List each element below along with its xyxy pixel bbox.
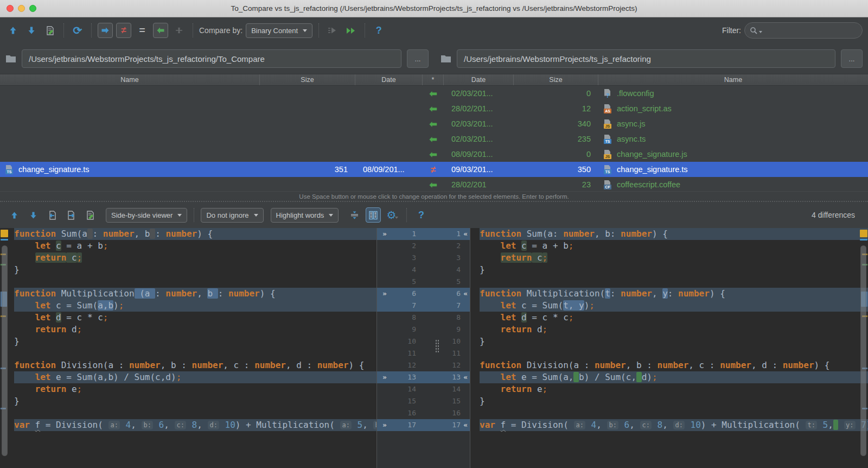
column-header-date-left[interactable]: Date [355,74,423,85]
right-editor[interactable]: function Sum(a: number, b: number) { let… [470,228,868,468]
right-line-number: 5 [422,276,461,288]
transfer-left-icon[interactable]: ⬅ [429,135,437,144]
left-line-number: 6 [377,288,416,300]
gutter-row-10: 1010 [377,336,470,347]
apply-left-chevron-icon[interactable]: « [463,288,467,300]
right-path-field[interactable]: /Users/jetbrains/WebstormProjects/ts_js_… [457,49,835,68]
edit-source-button[interactable] [42,23,58,38]
previous-difference-button[interactable] [5,23,21,38]
diff-previous-button[interactable] [7,207,22,223]
gutter-row-4: 44 [377,264,470,276]
chevron-down-icon [254,214,258,217]
file-table-row[interactable]: ⬅28/02/201...12ASaction_script.as [0,101,868,116]
left-line-number: 4 [377,264,416,276]
left-scrollbar[interactable] [2,245,8,456]
toolbar-separator [193,23,193,37]
file-type-icon: AS [604,104,612,113]
code-line-left-2: let c = a + b; [14,240,376,252]
not-equal-operation-button[interactable]: ≠ [116,23,131,38]
left-line-number: 9 [377,324,416,336]
diff-map-marker[interactable] [1,230,8,237]
transfer-left-icon[interactable]: ⬅ [429,150,437,159]
file-table-row[interactable]: ⬅02/03/201...235TSasync.ts [0,131,868,147]
right-scrollbar[interactable] [860,245,866,456]
code-line-right-3: return c; [480,252,868,264]
right-file-date: 09/03/201... [444,162,514,177]
file-table-row[interactable]: ⬅02/03/201...0?.flowconfig [0,86,868,101]
compare-by-dropdown[interactable]: Binary Content [246,23,312,38]
column-header-size-right[interactable]: Size [514,74,598,85]
settings-button[interactable]: ⚙ [385,207,400,223]
apply-left-chevron-icon[interactable]: « [463,419,467,431]
code-line-right-7: let c = Sum(t, y); [480,300,868,312]
right-line-number: 17 [422,419,461,431]
gutter-row-5: 55 [377,276,470,288]
transfer-left-icon[interactable]: ⬅ [429,104,437,113]
right-browse-button[interactable]: ... [841,49,863,68]
file-table-row[interactable]: ⬅28/02/20123CFcoffeescript.coffee [0,177,868,191]
ignore-policy-dropdown[interactable]: Do not ignore [201,208,263,223]
left-editor[interactable]: function Sum(a : number, b : number) { l… [0,228,377,468]
double-play-icon [346,27,356,34]
file-table-row[interactable]: ⬅08/09/201...0JSchange_signature.js [0,147,868,162]
synchronize-disabled-button[interactable] [325,23,340,38]
fast-forward-button[interactable] [343,23,359,38]
code-line-left-10: } [14,336,376,347]
left-file-name [0,131,260,147]
next-difference-button[interactable] [24,23,39,38]
apply-left-chevron-icon[interactable]: « [463,228,467,240]
file-table-row[interactable]: ⬅02/03/201...340JSasync.js [0,116,868,131]
synchronized-scrolling-toggle[interactable] [366,207,381,223]
diff-next-button[interactable] [25,207,41,223]
right-line-number: 10 [422,336,461,347]
diff-map-marker[interactable] [1,239,8,241]
diff-help-button[interactable]: ? [413,207,429,223]
copy-left-operation-button[interactable] [153,23,168,38]
gutter-row-7: 77 [377,300,470,312]
column-header-size-left[interactable]: Size [260,74,355,85]
apply-left-chevron-icon[interactable]: « [463,371,467,383]
column-header-name-right[interactable]: Name [598,74,868,85]
edit-file-button[interactable] [82,207,98,223]
document-arrow-right-icon [67,211,76,220]
go-to-left-file-button[interactable] [44,207,60,223]
help-button[interactable]: ? [371,23,386,38]
gutter-drag-handle[interactable] [435,339,439,353]
transfer-left-icon[interactable]: ⬅ [429,119,437,129]
code-line-left-8: let d = c * c; [14,312,376,324]
left-path-field[interactable]: /Users/jetbrains/WebstormProjects/ts_js_… [22,49,401,68]
filter-search-input[interactable] [744,22,863,39]
gutter-row-16: 1616 [377,407,470,419]
transfer-left-icon[interactable]: ⬅ [429,89,437,98]
equals-icon: = [139,24,145,36]
left-file-date [355,101,423,116]
right-line-number: 9 [422,324,461,336]
left-browse-button[interactable]: ... [407,49,429,68]
edit-document-icon [46,26,55,35]
right-file-size: 340 [514,116,598,131]
go-to-right-file-button[interactable] [63,207,79,223]
exclude-operation-button[interactable] [171,23,187,38]
copy-right-operation-button[interactable] [98,23,113,38]
code-line-left-7: let c = Sum(a,b); [14,300,376,312]
left-line-number: 11 [377,347,416,359]
gutter-row-1: »«11 [377,228,470,240]
column-header-name-left[interactable]: Name [0,74,260,85]
left-line-number: 10 [377,336,416,347]
not-equal-icon[interactable]: ≠ [431,165,436,174]
diff-map-marker[interactable] [860,239,867,241]
window-title: To_Compare vs ts_js_refactoring (/Users/… [0,4,868,12]
collapse-unchanged-button[interactable] [347,207,362,223]
highlight-mode-dropdown[interactable]: Highlight words [271,208,339,223]
diff-map-marker[interactable] [860,230,867,237]
equal-operation-button[interactable]: = [135,23,150,38]
viewer-mode-dropdown[interactable]: Side-by-side viewer [106,208,187,223]
left-line-number: 3 [377,252,416,264]
transfer-left-icon[interactable]: ⬅ [429,180,437,189]
refresh-button[interactable]: ⟳ [70,23,85,38]
left-file-size [260,131,355,147]
column-header-operation[interactable]: * [423,74,444,85]
file-table-row[interactable]: TSchange_signature.ts35108/09/201...≠09/… [0,162,868,177]
column-header-date-right[interactable]: Date [444,74,514,85]
gutter-row-14: 1414 [377,383,470,395]
